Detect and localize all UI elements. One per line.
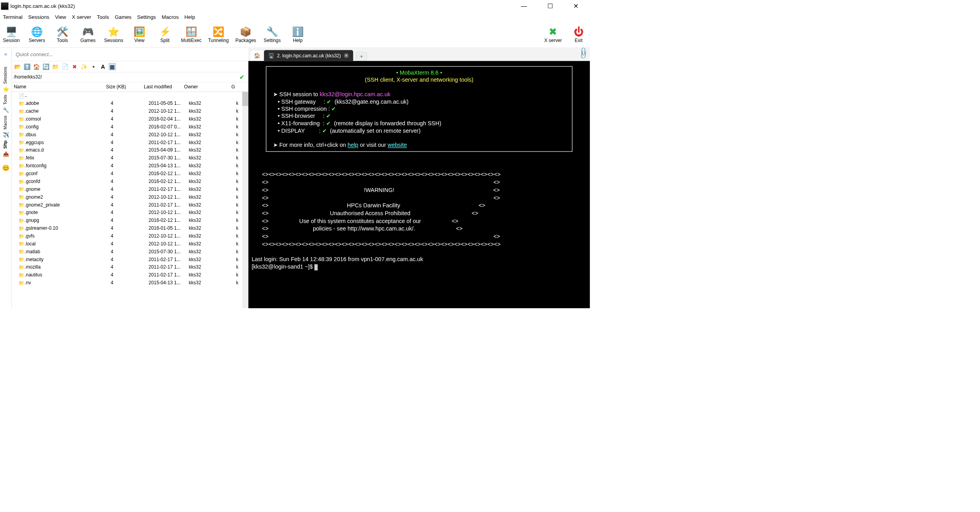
toolbar-tunneling[interactable]: 🔀Tunneling <box>208 26 229 43</box>
toolbar-sessions[interactable]: ⭐Sessions <box>104 26 123 43</box>
file-row[interactable]: 📁.fontconfig42015-04-13 1...kks32k <box>12 162 248 170</box>
toolbar-games[interactable]: 🎮Games <box>79 26 97 43</box>
wand-icon[interactable]: ✨ <box>81 63 88 70</box>
col-name[interactable]: Name <box>14 84 106 90</box>
menu-macros[interactable]: Macros <box>161 14 178 20</box>
home-icon[interactable]: 🏠 <box>33 63 40 70</box>
file-row[interactable]: 📁.metacity42011-02-17 1...kks32k <box>12 256 248 263</box>
menu-sessions[interactable]: Sessions <box>28 14 50 20</box>
terminal[interactable]: • MobaXterm 8.6 • (SSH client, X-server … <box>248 61 590 308</box>
file-row[interactable]: 📁.config42016-02-07 0...kks32k <box>12 123 248 131</box>
side-tab-tools[interactable]: Tools <box>3 92 9 107</box>
menu-games[interactable]: Games <box>115 14 132 20</box>
toolbar-x-server[interactable]: ✖X server <box>543 26 562 43</box>
file-row[interactable]: 📁.gstreamer-0.1042016-01-05 1...kks32k <box>12 224 248 232</box>
tab-close-icon[interactable]: ✕ <box>344 53 349 58</box>
sftp-toolbar: 📂 ⬆️ 🏠 🔄 📁 📄 ✖ ✨ ▪️ A ▦ <box>12 61 248 72</box>
file-row[interactable]: 📁.gnupg42016-02-12 1...kks32k <box>12 216 248 224</box>
menu-settings[interactable]: Settings <box>137 14 156 20</box>
toolbar-tools[interactable]: 🛠️Tools <box>53 26 72 43</box>
open-icon[interactable]: 📂 <box>14 63 21 70</box>
toolbar-help[interactable]: ℹ️Help <box>288 26 307 43</box>
toolbar-settings[interactable]: 🔧Settings <box>263 26 282 43</box>
toolbar-multiexec[interactable]: 🪟MultiExec <box>181 26 202 43</box>
collapse-icon[interactable]: « <box>4 51 7 57</box>
delete-icon[interactable]: ✖ <box>71 63 78 70</box>
menu-terminal[interactable]: Terminal <box>3 14 22 20</box>
file-row[interactable]: 📁.emacs.d42015-04-09 1...kks32k <box>12 146 248 154</box>
col-size[interactable]: Size (KB) <box>106 84 144 90</box>
servers-icon: 🌐 <box>31 26 42 37</box>
file-row[interactable]: 📁.mozilla42011-02-17 1...kks32k <box>12 263 248 271</box>
term-subtitle: (SSH client, X-server and networking too… <box>365 77 473 83</box>
menu-view[interactable]: View <box>55 14 66 20</box>
file-row[interactable]: 📁.eggcups42011-02-17 1...kks32k <box>12 139 248 146</box>
sftp-icon: 📤 <box>3 151 9 157</box>
file-row[interactable]: 📁.gnome242012-10-12 1...kks32k <box>12 193 248 201</box>
file-icon[interactable]: 📄 <box>62 63 69 70</box>
col-owner[interactable]: Owner <box>184 84 231 90</box>
home-tab[interactable]: 🏠 <box>250 50 264 61</box>
folder-icon[interactable]: 📁 <box>52 63 59 70</box>
folder-icon: 📁 <box>18 272 25 278</box>
file-row[interactable]: 📁.gconf42016-02-12 1...kks32k <box>12 170 248 177</box>
folder-icon: 📁 <box>18 225 25 231</box>
file-row[interactable]: 📁.gvfs42012-10-12 1...kks32k <box>12 232 248 240</box>
side-tab-sessions[interactable]: Sessions <box>3 64 9 86</box>
file-row[interactable]: 📁.cache42012-10-12 1...kks32k <box>12 107 248 115</box>
file-row[interactable]: 📁.nv42015-04-13 1...kks32k <box>12 279 248 287</box>
menu-help[interactable]: Help <box>184 14 195 20</box>
folder-icon: 📁 <box>18 194 25 200</box>
toolbar-exit[interactable]: ⏻Exit <box>569 26 588 43</box>
file-row[interactable]: 📁.gconfd42016-02-12 1...kks32k <box>12 177 248 185</box>
file-row[interactable]: 📁.gnote42012-10-12 1...kks32k <box>12 209 248 217</box>
globe-icon[interactable]: 😊 <box>2 164 9 172</box>
file-list-header[interactable]: Name Size (KB) Last modified Owner G <box>12 82 248 91</box>
website-link[interactable]: website <box>388 142 407 148</box>
terminal-icon[interactable]: ▪️ <box>90 63 97 70</box>
side-tab-sftp[interactable]: Sftp <box>3 138 9 151</box>
file-list[interactable]: 📄 .. 📁.adobe42011-05-05 1...kks32k📁.cach… <box>12 92 248 308</box>
side-tab-macros[interactable]: Macros <box>3 113 9 132</box>
terminal-tab-bar: 🏠 🖥️ 2. login.hpc.cam.ac.uk (kks32) ✕ + <box>248 48 590 61</box>
font-icon[interactable]: A <box>99 63 106 70</box>
new-tab-button[interactable]: + <box>356 52 367 61</box>
folder-icon: 📁 <box>18 202 25 207</box>
file-row[interactable]: 📁.nautilus42011-02-17 1...kks32k <box>12 271 248 279</box>
toolbar-split[interactable]: ⚡Split <box>156 26 174 43</box>
session-tab[interactable]: 🖥️ 2. login.hpc.cam.ac.uk (kks32) ✕ <box>264 50 353 61</box>
toolbar-packages[interactable]: 📦Packages <box>235 26 256 43</box>
file-row[interactable]: 📁.gnome2_private42011-02-17 1...kks32k <box>12 201 248 209</box>
menu-bar: TerminalSessionsViewX serverToolsGamesSe… <box>0 12 590 22</box>
folder-icon: 📁 <box>18 187 25 192</box>
minimize-button[interactable]: — <box>516 2 532 11</box>
col-modified[interactable]: Last modified <box>144 84 184 90</box>
file-row[interactable]: 📁.matlab42015-07-30 1...kks32k <box>12 248 248 256</box>
refresh-icon[interactable]: 🔄 <box>42 63 50 70</box>
toolbar-servers[interactable]: 🌐Servers <box>28 26 46 43</box>
toolbar-session[interactable]: 🖥️Session <box>2 26 21 43</box>
menu-x-server[interactable]: X server <box>72 14 91 20</box>
toolbar-view[interactable]: 🖼️View <box>130 26 149 43</box>
sessions-icon: ⭐ <box>108 26 119 37</box>
path-input[interactable] <box>14 75 237 80</box>
maximize-button[interactable]: ☐ <box>542 2 558 11</box>
col-group[interactable]: G <box>231 84 241 90</box>
parent-row[interactable]: 📄 .. <box>12 92 248 100</box>
close-button[interactable]: ✕ <box>568 2 584 11</box>
session-tab-label: 2. login.hpc.cam.ac.uk (kks32) <box>277 53 341 59</box>
file-row[interactable]: 📁.felix42015-07-30 1...kks32k <box>12 154 248 162</box>
menu-tools[interactable]: Tools <box>97 14 109 20</box>
file-row[interactable]: 📁.comsol42016-02-04 1...kks32k <box>12 115 248 123</box>
file-row[interactable]: 📁.dbus42012-10-12 1...kks32k <box>12 131 248 139</box>
up-icon[interactable]: ⬆️ <box>24 63 31 70</box>
file-row[interactable]: 📁.adobe42011-05-05 1...kks32k <box>12 99 248 107</box>
help-link[interactable]: help <box>348 142 358 148</box>
quick-connect-input[interactable] <box>16 51 245 58</box>
file-row[interactable]: 📁.local42012-10-12 1...kks32k <box>12 240 248 248</box>
folder-icon: 📁 <box>18 101 25 106</box>
file-row[interactable]: 📁.gnome42011-02-17 1...kks32k <box>12 185 248 193</box>
tools-icon: 🔧 <box>3 107 9 113</box>
grid-icon[interactable]: ▦ <box>109 63 116 70</box>
vscrollbar[interactable] <box>242 92 248 308</box>
